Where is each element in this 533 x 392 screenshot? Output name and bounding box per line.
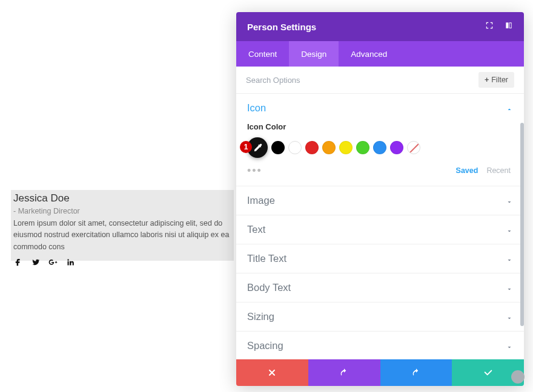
- cancel-button[interactable]: [236, 359, 308, 386]
- tab-advanced-label: Advanced: [351, 50, 387, 59]
- preview-body: Lorem ipsum dolor sit amet, consectetur …: [13, 218, 231, 253]
- chevron-down-icon: [506, 197, 513, 204]
- filter-button-label: Filter: [491, 76, 508, 84]
- tab-design-label: Design: [301, 50, 326, 59]
- action-bar: [236, 359, 524, 386]
- section-spacing-head[interactable]: Spacing: [236, 332, 524, 359]
- section-sizing-title: Sizing: [247, 311, 274, 322]
- swatch-none[interactable]: [407, 141, 420, 154]
- section-image-head[interactable]: Image: [236, 186, 524, 215]
- section-title-text-title: Title Text: [247, 253, 286, 264]
- undo-button[interactable]: [308, 359, 380, 386]
- icon-color-label: Icon Color: [247, 122, 513, 131]
- linkedin-icon[interactable]: [66, 258, 75, 269]
- facebook-icon[interactable]: [13, 258, 22, 269]
- filter-button[interactable]: +Filter: [478, 72, 514, 88]
- section-sizing: Sizing: [236, 302, 524, 332]
- swatch-yellow[interactable]: [339, 141, 353, 154]
- chevron-down-icon: [506, 226, 513, 234]
- section-icon-title: Icon: [247, 102, 266, 114]
- section-icon-head[interactable]: Icon: [236, 94, 524, 122]
- tab-bar: Content Design Advanced: [236, 41, 524, 67]
- swatch-black[interactable]: [271, 141, 285, 154]
- twitter-icon[interactable]: [31, 258, 40, 269]
- section-body-text-head[interactable]: Body Text: [236, 273, 524, 302]
- section-title-text: Title Text: [236, 244, 524, 273]
- tab-content[interactable]: Content: [236, 41, 289, 67]
- section-body-text-title: Body Text: [247, 282, 291, 293]
- expand-icon[interactable]: [485, 21, 494, 32]
- tab-design[interactable]: Design: [289, 41, 339, 67]
- section-text: Text: [236, 215, 524, 244]
- scrollbar[interactable]: [520, 123, 524, 326]
- chevron-down-icon: [506, 342, 513, 350]
- swatch-green[interactable]: [356, 141, 369, 154]
- section-sizing-head[interactable]: Sizing: [236, 302, 524, 331]
- swatch-red[interactable]: [305, 141, 319, 154]
- section-text-title: Text: [247, 224, 265, 235]
- chevron-down-icon: [506, 313, 513, 321]
- panel-title: Person Settings: [247, 22, 316, 32]
- swatch-white[interactable]: [288, 141, 302, 154]
- swatch-orange[interactable]: [322, 141, 336, 154]
- section-body-text: Body Text: [236, 273, 524, 302]
- section-text-head[interactable]: Text: [236, 215, 524, 244]
- panel-body: +Filter Icon Icon Color 1: [236, 67, 524, 359]
- section-spacing-title: Spacing: [247, 340, 283, 351]
- swatch-purple[interactable]: [390, 141, 403, 154]
- tab-advanced[interactable]: Advanced: [339, 41, 399, 67]
- search-input[interactable]: [246, 76, 474, 85]
- recent-tab[interactable]: Recent: [486, 166, 511, 175]
- person-preview-card: Jessica Doe - Marketing Director Lorem i…: [11, 190, 234, 261]
- panel-header: Person Settings: [236, 12, 524, 41]
- snap-icon[interactable]: [505, 21, 513, 32]
- chevron-up-icon: [506, 105, 513, 112]
- preview-social-icons: [13, 258, 231, 269]
- more-options-icon[interactable]: •••: [247, 165, 262, 176]
- annotation-badge: 1: [240, 141, 252, 153]
- section-image: Image: [236, 186, 524, 215]
- icon-color-swatches: 1: [247, 137, 513, 158]
- tab-content-label: Content: [248, 50, 277, 59]
- section-spacing: Spacing: [236, 332, 524, 359]
- chevron-down-icon: [506, 284, 513, 292]
- section-image-title: Image: [247, 195, 275, 206]
- saved-tab[interactable]: Saved: [456, 166, 478, 175]
- section-title-text-head[interactable]: Title Text: [236, 244, 524, 273]
- redo-button[interactable]: [380, 359, 452, 386]
- help-bubble-icon[interactable]: [511, 370, 525, 384]
- section-icon-body: Icon Color 1 ••• Sav: [236, 122, 524, 186]
- section-icon: Icon Icon Color 1: [236, 94, 524, 186]
- search-row: +Filter: [236, 67, 524, 94]
- chevron-down-icon: [506, 255, 513, 263]
- preview-title: - Marketing Director: [13, 207, 231, 215]
- googleplus-icon[interactable]: [48, 258, 58, 269]
- preview-name: Jessica Doe: [13, 192, 231, 204]
- settings-panel: Person Settings Content Design Advanced …: [236, 12, 524, 386]
- swatch-blue[interactable]: [373, 141, 386, 154]
